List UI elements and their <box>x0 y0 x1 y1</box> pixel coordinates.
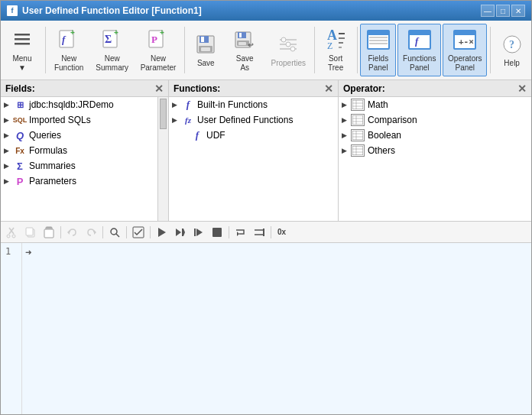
svg-text:Z: Z <box>327 41 332 51</box>
tree-arrow: ▶ <box>4 101 13 109</box>
svg-text:+-×: +-× <box>459 37 474 47</box>
list-item[interactable]: ▶ Fx Formulas <box>1 143 157 158</box>
menu-button[interactable]: Menu ▼ <box>2 24 42 76</box>
svg-rect-1 <box>15 38 30 41</box>
operators-panel: Operator: ✕ ▶ <box>339 80 531 221</box>
new-function-button[interactable]: f + NewFunction <box>49 24 89 76</box>
minimize-button[interactable]: — <box>481 5 495 17</box>
udf2-icon: f <box>190 129 204 141</box>
list-item[interactable]: ▶ SQL Imported SQLs <box>1 112 157 128</box>
tree-arrow: ▶ <box>342 131 351 139</box>
tree-arrow: ▶ <box>342 101 351 109</box>
list-item[interactable]: ▶ ⊞ jdbc:hsqldb:JRDemo <box>1 97 157 112</box>
list-item[interactable]: ▶ fz User Defined Functions <box>169 112 338 128</box>
line-numbers: 1 <box>1 243 22 414</box>
unwrap-button[interactable] <box>251 225 268 240</box>
save-as-button[interactable]: ↩ Save As <box>225 24 264 76</box>
svg-marker-73 <box>67 230 70 235</box>
panels-row: Fields: ✕ ▶ ⊞ jdbc:hsqldb:JRDemo ▶ SQL <box>1 80 531 222</box>
functions-panel-close[interactable]: ✕ <box>324 83 333 94</box>
list-item[interactable]: ▶ Boolean <box>339 128 531 143</box>
sort-tree-icon: A Z <box>323 28 348 52</box>
title-bar-left: f User Defined Function Editor [Function… <box>7 5 202 16</box>
title-bar: f User Defined Function Editor [Function… <box>1 1 531 21</box>
undo-button[interactable] <box>64 225 81 240</box>
functions-panel-button[interactable]: f FunctionsPanel <box>397 24 441 76</box>
functions-panel-header: Functions: ✕ <box>169 80 338 97</box>
help-icon: ? <box>500 32 524 57</box>
properties-button[interactable]: Properties <box>266 24 311 76</box>
run-button[interactable] <box>154 225 170 240</box>
run-to-button[interactable] <box>172 225 189 240</box>
save-as-label: Save As <box>232 54 258 73</box>
menu-label: Menu ▼ <box>9 54 35 73</box>
svg-line-76 <box>116 234 119 237</box>
step-button[interactable] <box>190 225 207 240</box>
functions-panel-title: Functions: <box>174 83 220 94</box>
editor-code-area[interactable]: ➜ <box>22 243 531 414</box>
new-summary-button[interactable]: Σ + NewSummary <box>90 24 134 76</box>
maximize-button[interactable]: □ <box>496 5 510 17</box>
svg-point-67 <box>12 235 15 238</box>
save-button[interactable]: Save <box>188 24 224 76</box>
window-title: User Defined Function Editor [Function1] <box>22 5 202 16</box>
svg-rect-84 <box>212 228 222 237</box>
operator-item-label: Comparison <box>368 115 417 125</box>
udf-icon: fz <box>181 114 195 126</box>
list-item[interactable]: ▶ Q Queries <box>1 128 157 143</box>
list-item[interactable]: ▶ Math <box>339 97 531 112</box>
redo-button[interactable] <box>83 225 99 240</box>
main-content: Fields: ✕ ▶ ⊞ jdbc:hsqldb:JRDemo ▶ SQL <box>1 80 531 414</box>
svg-marker-85 <box>237 232 239 236</box>
svg-rect-0 <box>15 34 30 36</box>
fields-panel-header: Fields: ✕ <box>1 80 168 97</box>
svg-rect-56 <box>352 131 363 140</box>
list-item[interactable]: ▶ P Parameters <box>1 173 157 189</box>
paste-button[interactable] <box>41 225 57 240</box>
check-button[interactable] <box>130 225 147 240</box>
close-button[interactable]: ✕ <box>511 5 525 17</box>
list-item[interactable]: ▶ Others <box>339 143 531 158</box>
svg-rect-14 <box>201 37 204 42</box>
field-item-label: jdbc:hsqldb:JRDemo <box>29 99 114 110</box>
sep3 <box>314 27 315 73</box>
list-item[interactable]: ▶ f Built-in Functions <box>169 97 338 112</box>
svg-marker-79 <box>176 229 181 236</box>
queries-icon: Q <box>13 129 27 141</box>
svg-rect-60 <box>352 146 363 155</box>
svg-marker-81 <box>183 229 185 236</box>
help-label: Help <box>504 59 520 68</box>
stop-button[interactable] <box>209 225 225 240</box>
svg-marker-74 <box>94 230 96 235</box>
editor-content[interactable]: 1 ➜ <box>1 243 531 414</box>
hex-button[interactable]: 0x <box>274 225 289 240</box>
list-item[interactable]: f UDF <box>169 128 338 143</box>
new-summary-icon: Σ + <box>100 28 125 52</box>
sort-tree-button[interactable]: A Z SortTree <box>318 24 354 76</box>
new-parameter-icon: P + <box>146 28 170 52</box>
ed-sep4 <box>150 226 151 238</box>
svg-text:↩: ↩ <box>248 41 254 49</box>
wrap-button[interactable] <box>232 225 249 240</box>
operators-panel-close[interactable]: ✕ <box>517 83 527 94</box>
operators-panel-body: ▶ Math ▶ <box>339 97 531 221</box>
fields-panel-button[interactable]: FieldsPanel <box>360 24 396 76</box>
new-parameter-button[interactable]: P + NewParameter <box>135 24 181 76</box>
cut-button[interactable] <box>4 225 21 240</box>
list-item[interactable]: ▶ Comparison <box>339 112 531 128</box>
sort-tree-label: SortTree <box>328 54 343 73</box>
save-label: Save <box>197 59 215 68</box>
fields-scrollbar[interactable] <box>157 97 168 221</box>
copy-button[interactable] <box>22 225 39 240</box>
svg-rect-38 <box>369 40 388 41</box>
find-button[interactable] <box>106 225 123 240</box>
help-button[interactable]: ? Help <box>494 24 530 76</box>
tree-arrow: ▶ <box>4 116 13 124</box>
operators-panel-button[interactable]: +-× OperatorsPanel <box>443 24 487 76</box>
svg-rect-48 <box>352 100 363 109</box>
list-item[interactable]: ▶ Σ Summaries <box>1 158 157 173</box>
svg-rect-69 <box>26 228 33 235</box>
hex-label: 0x <box>277 228 286 236</box>
fields-panel-close[interactable]: ✕ <box>154 83 164 94</box>
boolean-table-icon <box>351 129 365 141</box>
